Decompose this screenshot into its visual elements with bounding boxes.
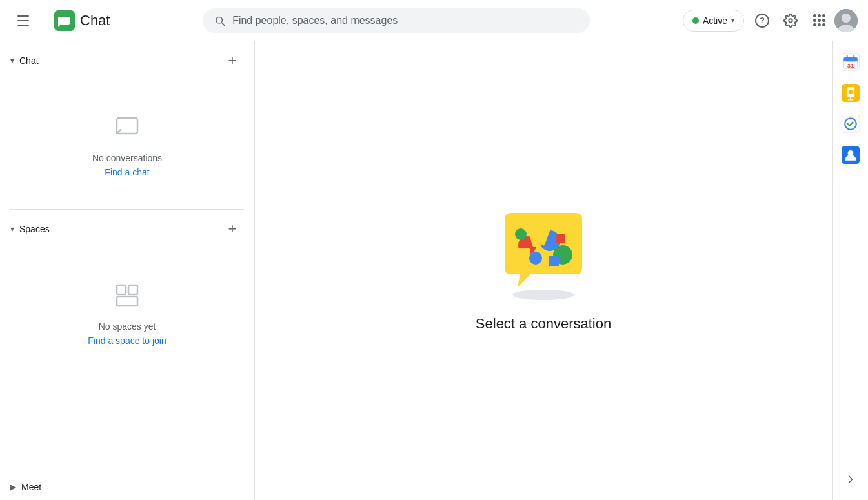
gear-icon	[783, 14, 798, 28]
chat-section-title: Chat	[19, 55, 39, 66]
center-content: Select a conversation	[255, 41, 832, 500]
no-conversations-icon	[112, 112, 143, 145]
help-button[interactable]: ?	[749, 8, 775, 34]
svg-rect-16	[549, 256, 559, 266]
spaces-section-title-left: ▾ Spaces	[10, 224, 50, 234]
search-bar[interactable]	[203, 8, 590, 33]
svg-rect-22	[843, 60, 857, 62]
chat-section-title-left: ▾ Chat	[10, 55, 39, 66]
chat-illustration	[492, 210, 595, 300]
chat-logo-icon	[54, 10, 75, 31]
spaces-add-button[interactable]: +	[221, 217, 244, 241]
tasks-button[interactable]	[838, 111, 863, 137]
grid-dots-icon	[813, 14, 825, 26]
chat-add-button[interactable]: +	[221, 49, 244, 72]
tasks-icon	[842, 115, 860, 133]
chevron-right-icon	[844, 473, 857, 486]
no-conversations-area: No conversations Find a chat	[0, 80, 254, 209]
header: Chat Active ▾ ?	[0, 0, 868, 41]
help-icon: ?	[755, 14, 769, 28]
meet-chevron-right-icon: ▶	[10, 483, 16, 492]
svg-rect-5	[117, 285, 126, 294]
chat-section-header[interactable]: ▾ Chat +	[0, 41, 254, 80]
svg-rect-15	[556, 234, 565, 243]
keep-button[interactable]	[838, 80, 863, 106]
sidebar: ▾ Chat + No conversations Find a chat	[0, 41, 255, 500]
keep-icon	[842, 84, 860, 102]
meet-section-left: ▶ Meet	[10, 482, 41, 492]
svg-rect-14	[511, 248, 530, 256]
no-conversations-text: No conversations	[92, 153, 162, 163]
svg-point-12	[529, 252, 542, 265]
status-label: Active	[703, 15, 727, 26]
svg-point-8	[512, 290, 574, 300]
status-dot-icon	[692, 17, 699, 24]
no-spaces-text: No spaces yet	[99, 321, 156, 332]
search-wrapper	[110, 8, 682, 33]
spaces-chevron-down-icon: ▾	[10, 225, 14, 234]
calendar-button[interactable]: 31	[838, 49, 863, 75]
search-icon	[214, 14, 226, 27]
svg-point-17	[515, 228, 527, 240]
chat-chevron-down-icon: ▾	[10, 56, 14, 65]
app-title: Chat	[80, 12, 110, 29]
avatar[interactable]	[834, 9, 858, 32]
find-space-link[interactable]: Find a space to join	[88, 335, 166, 346]
menu-button[interactable]	[10, 8, 36, 34]
svg-point-2	[842, 14, 851, 23]
spaces-section-title: Spaces	[19, 224, 50, 234]
right-sidebar: 31	[832, 41, 868, 500]
spaces-section: ▾ Spaces + No spaces yet Find a space to…	[0, 210, 254, 474]
search-input[interactable]	[232, 15, 579, 26]
header-right: Active ▾ ?	[683, 8, 858, 34]
meet-section[interactable]: ▶ Meet	[0, 474, 254, 500]
logo-area: Chat	[54, 10, 110, 31]
chevron-down-icon: ▾	[731, 17, 734, 24]
contacts-button[interactable]	[838, 142, 863, 168]
svg-rect-7	[117, 297, 137, 306]
meet-section-title: Meet	[21, 482, 41, 492]
expand-button[interactable]	[838, 466, 863, 492]
find-chat-link[interactable]: Find a chat	[105, 167, 149, 177]
svg-point-30	[848, 90, 853, 94]
chat-section: ▾ Chat + No conversations Find a chat	[0, 41, 254, 209]
chat-add-icon: +	[228, 52, 237, 69]
main-content: ▾ Chat + No conversations Find a chat	[0, 41, 868, 500]
svg-rect-6	[128, 285, 137, 294]
hamburger-icon	[17, 15, 29, 26]
spaces-section-header[interactable]: ▾ Spaces +	[0, 210, 254, 248]
contacts-icon	[842, 146, 860, 164]
calendar-icon: 31	[842, 53, 860, 71]
select-conversation-text: Select a conversation	[476, 315, 611, 332]
svg-text:31: 31	[847, 62, 854, 69]
no-spaces-icon	[112, 280, 143, 314]
header-left	[10, 8, 49, 34]
no-spaces-area: No spaces yet Find a space to join	[0, 248, 254, 377]
spaces-add-icon: +	[228, 221, 237, 237]
apps-button[interactable]	[806, 8, 832, 34]
status-button[interactable]: Active ▾	[683, 10, 744, 32]
settings-button[interactable]	[778, 8, 803, 34]
